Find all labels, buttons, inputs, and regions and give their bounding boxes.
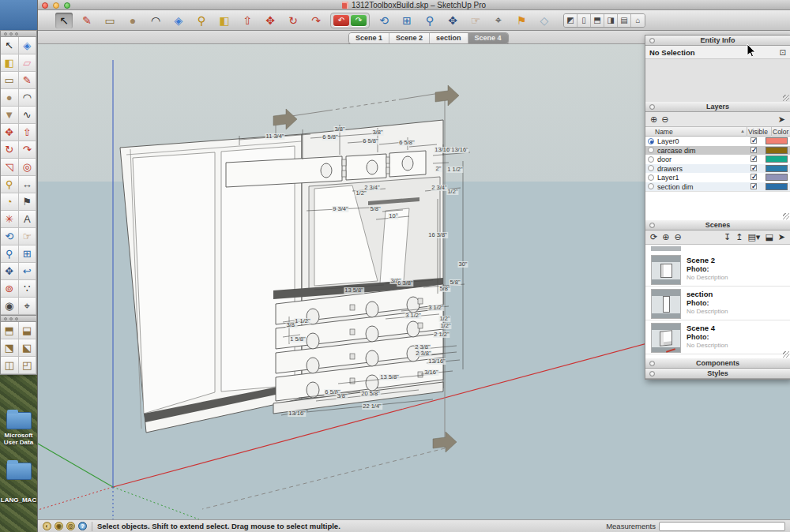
layer-active-radio[interactable] (648, 147, 654, 153)
text-tool-icon[interactable]: ⚑ (19, 193, 37, 211)
follow-me-tool-icon[interactable]: ↷ (19, 141, 37, 159)
dimension-label[interactable]: 10° (388, 213, 398, 219)
zoom-extents-tool-icon[interactable]: ✥ (444, 13, 461, 28)
tape-measure-tool-icon[interactable]: ⚲ (193, 13, 210, 28)
scene-tab-scene-1[interactable]: Scene 1 (349, 33, 389, 43)
rectangle-tool-icon[interactable]: ▭ (1, 72, 19, 89)
push-pull-tool-icon[interactable]: ⇧ (239, 13, 256, 28)
line-tool-icon[interactable]: ✎ (78, 13, 96, 28)
details-toggle-icon[interactable]: ⊡ (780, 48, 786, 57)
dimension-label[interactable]: 20 5/8" (360, 391, 381, 397)
dimension-label[interactable]: 13/16" (288, 410, 306, 417)
remove-layer-icon[interactable]: ⊖ (661, 115, 668, 124)
resize-grip[interactable] (783, 213, 789, 219)
zoom-window-tool-icon[interactable]: ⊞ (398, 13, 416, 28)
desktop-folder-microsoft-user-data[interactable] (6, 412, 32, 429)
dimension-label[interactable]: 6 5/8" (322, 134, 338, 140)
tape-measure-tool-icon[interactable]: ⚲ (1, 176, 19, 193)
layer-color-swatch[interactable] (766, 165, 788, 172)
select-tool-icon[interactable]: ↖ (1, 37, 19, 54)
layers-header[interactable]: Layers (645, 102, 790, 112)
scene-item-scene-2[interactable]: Scene 2Photo:No Description (645, 253, 790, 287)
dimension-label[interactable]: 1/2" (355, 190, 367, 197)
rectangle-tool-icon[interactable]: ▭ (101, 13, 118, 28)
layers-table-header[interactable]: Name ▲ Visible Color (645, 127, 790, 137)
dimension-label[interactable]: 1 1/2" (294, 318, 310, 324)
dimension-label[interactable]: 5/8" (438, 286, 450, 292)
collapse-toggle[interactable] (649, 371, 655, 377)
dimension-label[interactable]: 6 5/8" (398, 140, 415, 146)
dimension-label[interactable]: 3 1/2" (404, 313, 421, 319)
eraser-tool-icon[interactable]: ▱ (19, 54, 37, 72)
dimension-label[interactable]: 3/8" (371, 129, 383, 136)
rotate-tool-icon[interactable]: ↻ (284, 13, 302, 28)
view-options-icon[interactable]: ▤▾ (747, 233, 760, 242)
dimension-label[interactable]: 2 3/4" (431, 185, 447, 191)
move-tool-icon[interactable]: ✥ (261, 13, 279, 28)
styles-header[interactable]: Styles (645, 369, 790, 379)
orbit-tool-icon[interactable]: ⟲ (375, 13, 393, 28)
move-tool-icon[interactable]: ✥ (1, 124, 19, 141)
dimension-label[interactable]: 3/8" (333, 126, 345, 133)
layer-active-radio[interactable] (648, 156, 654, 163)
paint-bucket-tool-icon[interactable]: ◧ (1, 54, 19, 72)
layer-row[interactable]: section dim✓ (645, 182, 790, 192)
dimension-label[interactable]: 13/16" (450, 147, 468, 153)
view-top-button[interactable]: ⬒ (591, 14, 604, 27)
dimension-label[interactable]: 1 1/2" (446, 167, 463, 173)
scenes-header[interactable]: Scenes (645, 220, 790, 230)
geolocation-icon[interactable]: ◐ (43, 522, 51, 530)
dimension-label[interactable]: 9 3/4" (332, 206, 348, 212)
collapse-toggle[interactable] (649, 361, 655, 366)
resize-grip[interactable] (783, 351, 789, 358)
rotate-tool-icon[interactable]: ↻ (1, 141, 19, 159)
layer-visible-checkbox[interactable]: ✓ (750, 165, 757, 171)
zoom-extents-tool-icon[interactable]: ✥ (1, 263, 19, 280)
layer-active-radio[interactable] (648, 165, 654, 171)
resize-grip[interactable] (783, 95, 789, 101)
walk-tool-icon[interactable]: ⚑ (513, 13, 530, 28)
view-back-button[interactable]: ▤ (618, 14, 631, 27)
layer-row[interactable]: door✓ (645, 155, 790, 164)
dimension-label[interactable]: 3/16" (423, 369, 438, 376)
view-iso-button[interactable]: ◩ (564, 14, 577, 27)
layer-color-swatch[interactable] (766, 155, 788, 163)
layer-row[interactable]: carcase dim✓ (645, 146, 790, 155)
push-pull-tool-icon[interactable]: ⇧ (19, 124, 37, 141)
palette-titlebar[interactable] (1, 31, 36, 37)
position-camera-tool-icon[interactable]: ⊚ (1, 280, 19, 298)
layer-row[interactable]: Layer1✓ (645, 173, 790, 182)
add-layer-icon[interactable]: ⊕ (650, 115, 657, 124)
freehand-tool-icon[interactable]: ∿ (19, 107, 37, 124)
measurements-input[interactable] (659, 522, 785, 531)
scene-tab-scene-4[interactable]: Scene 4 (468, 33, 508, 43)
column-header-color[interactable]: Color (773, 128, 788, 136)
scene-item-section[interactable]: sectionPhoto:No Description (645, 287, 790, 320)
dimension-label[interactable]: 3/8" (336, 393, 348, 399)
split-tool-icon[interactable]: ◰ (19, 357, 37, 374)
layer-active-radio[interactable] (648, 174, 654, 181)
dimension-label[interactable]: 13 5/8" (379, 374, 400, 380)
collapse-toggle[interactable] (649, 104, 655, 110)
circle-tool-icon[interactable]: ● (1, 89, 19, 107)
layer-row[interactable]: Layer0✓ (645, 137, 790, 146)
title-bar[interactable]: 1312ToolboxBuild.skp – SketchUp Pro (38, 0, 790, 10)
dimension-label[interactable]: 5/8" (369, 206, 381, 212)
pan-tool-icon[interactable]: ☞ (19, 228, 37, 245)
dimension-label[interactable]: 13 5/8" (344, 287, 364, 294)
pan-tool-icon[interactable]: ☞ (467, 13, 484, 28)
axes-tool-icon[interactable]: ✳ (1, 211, 19, 228)
layer-visible-checkbox[interactable]: ✓ (750, 183, 757, 189)
walk-tool-icon[interactable]: ∵ (19, 280, 37, 298)
scenes-flyout-icon[interactable]: ➤ (778, 233, 785, 242)
zoom-window-tool-icon[interactable]: ⊞ (19, 245, 37, 263)
layer-visible-checkbox[interactable]: ✓ (750, 137, 757, 144)
view-right-button[interactable]: ◨ (604, 14, 618, 27)
remove-scene-icon[interactable]: ⊖ (674, 233, 681, 242)
layer-color-swatch[interactable] (766, 183, 788, 190)
move-scene-up-icon[interactable]: ↥ (735, 233, 743, 242)
3d-text-tool-icon[interactable]: A (19, 211, 37, 228)
arc-tool-icon[interactable]: ◠ (147, 13, 164, 28)
desktop-folder-lang-mac[interactable] (6, 463, 32, 480)
zoom-tool-icon[interactable]: ⚲ (421, 13, 438, 28)
